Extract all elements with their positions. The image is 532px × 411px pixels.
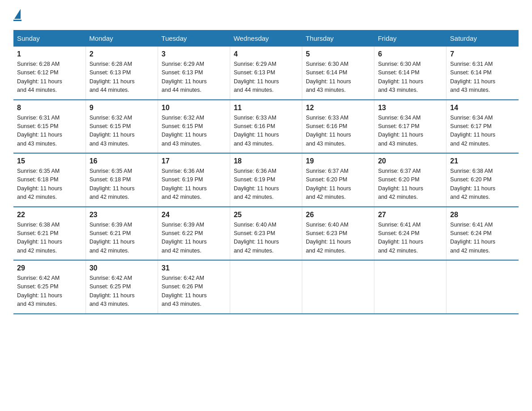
day-info: Sunrise: 6:28 AM Sunset: 6:13 PM Dayligh… [90, 60, 154, 95]
day-number: 10 [162, 104, 226, 112]
day-info: Sunrise: 6:36 AM Sunset: 6:19 PM Dayligh… [162, 167, 226, 202]
calendar-cell: 15 Sunrise: 6:35 AM Sunset: 6:18 PM Dayl… [13, 153, 86, 207]
calendar-cell: 1 Sunrise: 6:28 AM Sunset: 6:12 PM Dayli… [13, 47, 86, 100]
day-info: Sunrise: 6:41 AM Sunset: 6:24 PM Dayligh… [378, 221, 442, 256]
day-info: Sunrise: 6:32 AM Sunset: 6:15 PM Dayligh… [162, 114, 226, 149]
day-number: 4 [234, 50, 298, 58]
calendar-cell: 24 Sunrise: 6:39 AM Sunset: 6:22 PM Dayl… [158, 207, 230, 261]
calendar-cell: 17 Sunrise: 6:36 AM Sunset: 6:19 PM Dayl… [158, 153, 230, 207]
day-info: Sunrise: 6:30 AM Sunset: 6:14 PM Dayligh… [306, 60, 370, 95]
day-number: 25 [234, 211, 298, 219]
day-info: Sunrise: 6:38 AM Sunset: 6:21 PM Dayligh… [17, 221, 82, 256]
day-number: 6 [378, 50, 442, 58]
calendar-cell: 14 Sunrise: 6:34 AM Sunset: 6:17 PM Dayl… [446, 100, 519, 154]
day-number: 23 [90, 211, 154, 219]
day-number: 15 [17, 157, 82, 165]
day-info: Sunrise: 6:35 AM Sunset: 6:18 PM Dayligh… [17, 167, 82, 202]
day-number: 1 [17, 50, 82, 58]
calendar-cell [446, 260, 519, 314]
day-number: 12 [306, 104, 370, 112]
calendar-cell: 21 Sunrise: 6:38 AM Sunset: 6:20 PM Dayl… [446, 153, 519, 207]
calendar-cell: 29 Sunrise: 6:42 AM Sunset: 6:25 PM Dayl… [13, 260, 86, 314]
day-number: 30 [90, 264, 154, 272]
weekday-header-thursday: Thursday [302, 30, 374, 47]
day-number: 19 [306, 157, 370, 165]
day-number: 31 [162, 264, 226, 272]
calendar-cell: 3 Sunrise: 6:29 AM Sunset: 6:13 PM Dayli… [158, 47, 230, 100]
day-number: 26 [306, 211, 370, 219]
calendar-cell [302, 260, 374, 314]
day-number: 8 [17, 104, 82, 112]
day-info: Sunrise: 6:37 AM Sunset: 6:20 PM Dayligh… [306, 167, 370, 202]
calendar-cell: 25 Sunrise: 6:40 AM Sunset: 6:23 PM Dayl… [230, 207, 302, 261]
day-info: Sunrise: 6:32 AM Sunset: 6:15 PM Dayligh… [90, 114, 154, 149]
day-number: 11 [234, 104, 298, 112]
calendar-cell: 5 Sunrise: 6:30 AM Sunset: 6:14 PM Dayli… [302, 47, 374, 100]
calendar-cell: 10 Sunrise: 6:32 AM Sunset: 6:15 PM Dayl… [158, 100, 230, 154]
day-info: Sunrise: 6:34 AM Sunset: 6:17 PM Dayligh… [378, 114, 442, 149]
logo-underline [13, 20, 21, 21]
day-info: Sunrise: 6:41 AM Sunset: 6:24 PM Dayligh… [450, 221, 515, 256]
calendar-cell: 8 Sunrise: 6:31 AM Sunset: 6:15 PM Dayli… [13, 100, 86, 154]
day-info: Sunrise: 6:33 AM Sunset: 6:16 PM Dayligh… [306, 114, 370, 149]
day-info: Sunrise: 6:28 AM Sunset: 6:12 PM Dayligh… [17, 60, 82, 95]
day-info: Sunrise: 6:36 AM Sunset: 6:19 PM Dayligh… [234, 167, 298, 202]
calendar-cell: 11 Sunrise: 6:33 AM Sunset: 6:16 PM Dayl… [230, 100, 302, 154]
week-row-3: 15 Sunrise: 6:35 AM Sunset: 6:18 PM Dayl… [13, 153, 519, 207]
calendar-cell: 7 Sunrise: 6:31 AM Sunset: 6:14 PM Dayli… [446, 47, 519, 100]
day-number: 21 [450, 157, 515, 165]
calendar-cell: 26 Sunrise: 6:40 AM Sunset: 6:23 PM Dayl… [302, 207, 374, 261]
day-info: Sunrise: 6:37 AM Sunset: 6:20 PM Dayligh… [378, 167, 442, 202]
weekday-header-tuesday: Tuesday [158, 30, 230, 47]
day-number: 16 [90, 157, 154, 165]
weekday-header-wednesday: Wednesday [230, 30, 302, 47]
day-number: 5 [306, 50, 370, 58]
weekday-header-monday: Monday [86, 30, 158, 47]
day-info: Sunrise: 6:38 AM Sunset: 6:20 PM Dayligh… [450, 167, 515, 202]
calendar-cell: 19 Sunrise: 6:37 AM Sunset: 6:20 PM Dayl… [302, 153, 374, 207]
day-info: Sunrise: 6:42 AM Sunset: 6:26 PM Dayligh… [162, 274, 226, 309]
day-info: Sunrise: 6:40 AM Sunset: 6:23 PM Dayligh… [306, 221, 370, 256]
day-info: Sunrise: 6:30 AM Sunset: 6:14 PM Dayligh… [378, 60, 442, 95]
day-number: 7 [450, 50, 515, 58]
logo [13, 9, 21, 21]
day-info: Sunrise: 6:40 AM Sunset: 6:23 PM Dayligh… [234, 221, 298, 256]
calendar-table: SundayMondayTuesdayWednesdayThursdayFrid… [13, 30, 519, 314]
calendar-cell: 31 Sunrise: 6:42 AM Sunset: 6:26 PM Dayl… [158, 260, 230, 314]
day-number: 14 [450, 104, 515, 112]
calendar-cell [230, 260, 302, 314]
calendar-cell: 13 Sunrise: 6:34 AM Sunset: 6:17 PM Dayl… [374, 100, 446, 154]
calendar-cell: 23 Sunrise: 6:39 AM Sunset: 6:21 PM Dayl… [86, 207, 158, 261]
page-header [13, 9, 519, 21]
day-info: Sunrise: 6:34 AM Sunset: 6:17 PM Dayligh… [450, 114, 515, 149]
calendar-cell: 4 Sunrise: 6:29 AM Sunset: 6:13 PM Dayli… [230, 47, 302, 100]
day-info: Sunrise: 6:29 AM Sunset: 6:13 PM Dayligh… [162, 60, 226, 95]
day-number: 22 [17, 211, 82, 219]
day-number: 29 [17, 264, 82, 272]
calendar-cell: 27 Sunrise: 6:41 AM Sunset: 6:24 PM Dayl… [374, 207, 446, 261]
day-number: 13 [378, 104, 442, 112]
day-number: 3 [162, 50, 226, 58]
calendar-cell: 12 Sunrise: 6:33 AM Sunset: 6:16 PM Dayl… [302, 100, 374, 154]
logo-triangle-icon [14, 9, 21, 19]
week-row-2: 8 Sunrise: 6:31 AM Sunset: 6:15 PM Dayli… [13, 100, 519, 154]
weekday-header-row: SundayMondayTuesdayWednesdayThursdayFrid… [13, 30, 519, 47]
week-row-5: 29 Sunrise: 6:42 AM Sunset: 6:25 PM Dayl… [13, 260, 519, 314]
day-number: 27 [378, 211, 442, 219]
day-number: 24 [162, 211, 226, 219]
day-info: Sunrise: 6:31 AM Sunset: 6:14 PM Dayligh… [450, 60, 515, 95]
calendar-cell: 20 Sunrise: 6:37 AM Sunset: 6:20 PM Dayl… [374, 153, 446, 207]
calendar-cell: 9 Sunrise: 6:32 AM Sunset: 6:15 PM Dayli… [86, 100, 158, 154]
weekday-header-sunday: Sunday [13, 30, 86, 47]
day-info: Sunrise: 6:35 AM Sunset: 6:18 PM Dayligh… [90, 167, 154, 202]
day-info: Sunrise: 6:42 AM Sunset: 6:25 PM Dayligh… [90, 274, 154, 309]
day-info: Sunrise: 6:31 AM Sunset: 6:15 PM Dayligh… [17, 114, 82, 149]
calendar-cell: 16 Sunrise: 6:35 AM Sunset: 6:18 PM Dayl… [86, 153, 158, 207]
calendar-cell: 28 Sunrise: 6:41 AM Sunset: 6:24 PM Dayl… [446, 207, 519, 261]
day-number: 17 [162, 157, 226, 165]
day-info: Sunrise: 6:39 AM Sunset: 6:22 PM Dayligh… [162, 221, 226, 256]
day-number: 20 [378, 157, 442, 165]
day-number: 9 [90, 104, 154, 112]
calendar-cell: 30 Sunrise: 6:42 AM Sunset: 6:25 PM Dayl… [86, 260, 158, 314]
day-info: Sunrise: 6:29 AM Sunset: 6:13 PM Dayligh… [234, 60, 298, 95]
